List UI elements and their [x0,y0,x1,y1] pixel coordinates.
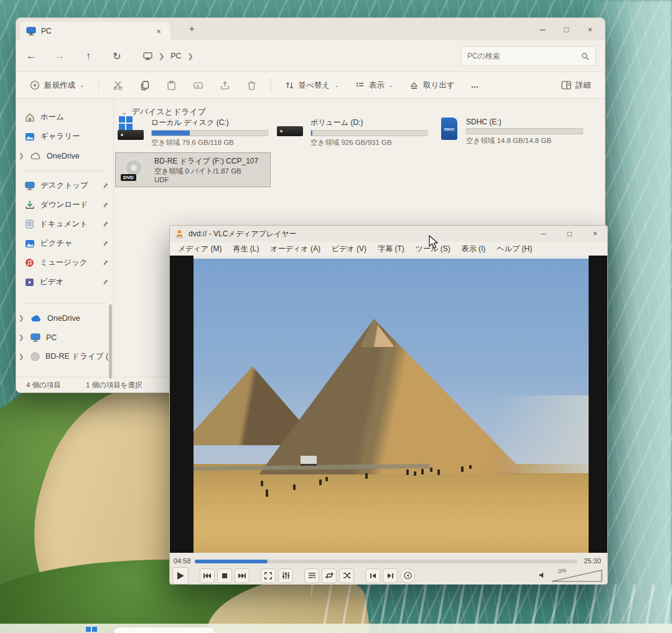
paste-button[interactable] [161,76,182,95]
seek-bar[interactable] [195,560,577,563]
sidebar-scrollbar[interactable] [109,304,112,379]
breadcrumb[interactable]: ❯ PC ❯ [143,52,194,60]
fullscreen-button[interactable] [261,568,276,583]
windows-logo-icon [119,116,133,130]
tab-close-icon[interactable]: × [153,27,164,36]
copy-button[interactable] [134,76,155,95]
breadcrumb-pc[interactable]: PC [170,52,181,60]
frame-forward-button[interactable] [383,568,398,583]
drive-f-tile-selected[interactable]: DVD BD-RE ドライブ (F:) CCP_107 空き領域 0 バイト/1… [115,152,271,187]
videos-icon [25,278,34,287]
back-icon[interactable]: ← [25,50,37,62]
drive-e-tile[interactable]: SDHC SDHC (E:) 空き領域 14.8 GB/14.8 GB [437,118,583,146]
section-devices-and-drives[interactable]: ⌄ デバイスとドライブ [121,106,605,118]
expand-chevron-icon[interactable]: ❯ [19,152,25,159]
new-tab-button[interactable]: + [189,23,195,34]
explorer-tab-pc[interactable]: PC × [20,22,170,40]
vlc-video-area[interactable] [170,256,607,553]
close-button[interactable]: × [593,229,597,238]
desktop: PC × + ─ □ × ← → ↑ ↻ ❯ PC [0,0,672,633]
play-button[interactable] [172,567,189,584]
forward-icon[interactable]: → [54,50,66,62]
menu-help[interactable]: ヘルプ (H) [491,244,538,254]
sdhc-card-icon: SDHC [437,118,460,142]
vlc-title-bar[interactable]: dvd:// - VLCメディアプレイヤー ─ □ × [170,226,607,242]
playlist-button[interactable] [304,568,319,583]
view-label: 表示 [369,80,385,91]
explorer-address-bar: ← → ↑ ↻ ❯ PC ❯ [16,40,605,72]
menu-view[interactable]: 表示 (I) [456,244,492,254]
maximize-button[interactable]: □ [567,229,572,238]
expand-chevron-icon[interactable]: ❯ [19,315,25,321]
sidebar-item-bdre-drive[interactable]: ❯ BD-RE ドライブ (F [16,347,113,366]
loop-button[interactable] [322,568,337,583]
music-icon [25,258,34,267]
sidebar-item-home[interactable]: ホーム [16,108,113,127]
skip-forward-icon [238,573,246,579]
more-button[interactable]: … [466,77,485,93]
random-button[interactable] [339,568,354,583]
cut-button[interactable] [108,76,128,95]
elapsed-time: 04:58 [174,557,191,565]
vlc-cone-icon [175,229,184,239]
search-box[interactable] [460,46,596,66]
drive-c-tile[interactable]: ローカル ディスク (C:) 空き領域 79.6 GB/118 GB [118,118,268,147]
taskbar-search-box[interactable] [113,627,216,633]
refresh-icon[interactable]: ↻ [111,50,123,62]
sidebar-label: PC [46,333,110,342]
expand-chevron-icon[interactable]: ❯ [19,334,25,341]
menu-audio[interactable]: オーディオ (A) [264,244,325,254]
eject-button[interactable]: 取り出す [404,76,460,95]
sidebar-item-pc[interactable]: ❯ PC [16,328,113,347]
chevron-down-icon: ⌄ [389,82,394,88]
sidebar-item-onedrive[interactable]: ❯ OneDrive [16,146,113,165]
sidebar-item-gallery[interactable]: ギャラリー [16,127,113,146]
minimize-button[interactable]: ─ [539,25,545,34]
desktop-icon [25,182,35,190]
next-button[interactable] [235,568,250,583]
tab-title: PC [41,27,52,35]
dvd-menu-button[interactable] [400,568,415,583]
explorer-toolbar: 新規作成 ⌄ [16,72,605,99]
new-button[interactable]: 新規作成 ⌄ [25,76,90,95]
up-icon[interactable]: ↑ [82,50,95,62]
volume-control[interactable]: 0% [539,568,602,583]
drive-d-tile[interactable]: ボリューム (D:) 空き領域 926 GB/931 GB [277,118,427,147]
details-button[interactable]: 詳細 [556,76,596,95]
taskbar[interactable] [0,624,672,633]
windows-start-icon[interactable] [86,627,97,633]
maximize-button[interactable]: □ [564,25,569,34]
sort-button[interactable]: 並べ替え ⌄ [280,76,344,95]
search-input[interactable] [467,52,577,60]
shuffle-icon [343,572,351,579]
plus-circle-icon [30,80,40,90]
chevron-down-icon: ⌄ [334,82,339,88]
frame-back-button[interactable] [365,568,380,583]
sidebar-item-pictures[interactable]: ピクチャ [16,234,113,253]
equalizer-icon [282,571,290,580]
expand-chevron-icon[interactable]: ❯ [19,353,25,360]
sidebar-item-music[interactable]: ミュージック [16,253,113,272]
previous-button[interactable] [200,568,215,583]
sidebar-item-desktop[interactable]: デスクトップ [16,176,113,195]
close-button[interactable]: × [587,25,592,34]
sidebar-label: BD-RE ドライブ (F [45,351,110,362]
sidebar-item-downloads[interactable]: ダウンロード [16,195,113,215]
sidebar-label: ミュージック [40,257,96,268]
explorer-sidebar: ホーム ギャラリー ❯ OneDrive [16,99,113,377]
share-button[interactable] [215,76,235,95]
menu-media[interactable]: メディア (M) [172,244,227,254]
sidebar-item-onedrive-tree[interactable]: ❯ OneDrive [16,308,113,328]
sidebar-item-documents[interactable]: ドキュメント [16,215,113,234]
extended-settings-button[interactable] [278,568,293,583]
menu-playback[interactable]: 再生 (L) [227,244,264,254]
rename-button[interactable]: A [188,76,208,95]
delete-button[interactable] [241,76,262,95]
drive-name: BD-RE ドライブ (F:) CCP_107 [154,156,258,167]
stop-button[interactable] [217,568,232,583]
sidebar-item-videos[interactable]: ビデオ [16,272,113,292]
menu-video[interactable]: ビデオ (V) [326,244,372,254]
view-button[interactable]: 表示 ⌄ [350,76,399,95]
menu-subtitle[interactable]: 字幕 (T) [372,244,410,254]
minimize-button[interactable]: ─ [541,229,546,238]
